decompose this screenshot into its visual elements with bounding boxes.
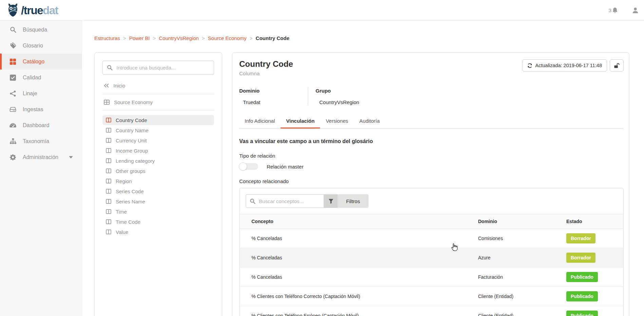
column-item[interactable]: Series Code <box>102 186 214 196</box>
column-icon <box>106 128 111 133</box>
column-label: Region <box>116 178 132 184</box>
page-title: Country Code <box>239 59 293 69</box>
tab-vinculacion[interactable]: Vinculación <box>281 114 320 128</box>
concept-domain: Comisiones <box>478 229 566 248</box>
sidebar-item-linaje[interactable]: Linaje <box>0 85 82 101</box>
sidebar-item-administracion[interactable]: Administración <box>0 149 82 165</box>
column-item[interactable]: Lending category <box>102 156 214 166</box>
gear-icon <box>9 154 17 160</box>
sidebar-item-taxonomia[interactable]: Taxonomía <box>0 133 82 149</box>
logo-text: /truedat <box>21 5 58 16</box>
search-icon <box>9 26 17 33</box>
concept-row[interactable]: % CanceladasAzureBorrador <box>240 248 623 268</box>
breadcrumb-link[interactable]: CountryVsRegion <box>159 35 199 41</box>
breadcrumb-current: Country Code <box>256 35 289 41</box>
concept-name: % Clientes con Teléfono Erróneo (Captaci… <box>240 306 478 316</box>
column-icon <box>106 138 111 143</box>
sidebar-item-label: Ingestas <box>23 106 43 113</box>
column-item[interactable]: Value <box>102 227 214 237</box>
column-item[interactable]: Country Code <box>102 115 214 125</box>
sidebar-item-label: Dashboard <box>23 122 49 129</box>
column-item[interactable]: Time Code <box>102 217 214 227</box>
drive-icon <box>9 106 17 112</box>
column-item[interactable]: Series Name <box>102 196 214 206</box>
sidebar-item-busqueda[interactable]: Búsqueda <box>0 22 82 38</box>
column-item[interactable]: Currency Unit <box>102 135 214 145</box>
user-menu-button[interactable] <box>632 7 639 14</box>
updated-label: Actualizada: 2019-06-17 11:48 <box>535 63 602 68</box>
sidebar: BúsquedaGlosarioCatálogoCalidadLinajeIng… <box>0 21 82 316</box>
sidebar-item-ingestas[interactable]: Ingestas <box>0 101 82 117</box>
concept-row[interactable]: % Clientes con Teléfono Erróneo (Captaci… <box>240 306 623 316</box>
notifications-button[interactable]: 3 <box>609 7 618 14</box>
concept-row[interactable]: % CanceladasFacturaciónPublicado <box>240 268 623 287</box>
status-badge: Publicado <box>566 311 598 316</box>
concept-row[interactable]: % CanceladasComisionesBorrador <box>240 229 623 248</box>
structure-search-input[interactable] <box>116 65 210 71</box>
column-label: Country Name <box>116 127 149 133</box>
sidebar-item-label: Administración <box>23 154 58 160</box>
lock-button[interactable] <box>610 59 624 72</box>
sidebar-item-label: Calidad <box>23 75 41 81</box>
grid-icon <box>9 59 17 65</box>
topbar: /truedat 3 <box>0 0 644 21</box>
tab-info-adicional[interactable]: Info Adicional <box>239 114 280 128</box>
breadcrumb-link[interactable]: Estructuras <box>94 35 120 41</box>
status-badge: Publicado <box>566 291 598 301</box>
column-label: Value <box>116 229 128 235</box>
relation-master-toggle[interactable] <box>239 163 258 170</box>
updated-button[interactable]: Actualizada: 2019-06-17 11:48 <box>522 59 607 72</box>
relation-master-label: Relación master <box>267 164 303 170</box>
column-label: Country Code <box>116 117 147 123</box>
gauge-icon <box>9 123 17 127</box>
sidebar-item-label: Glosario <box>23 43 43 49</box>
breadcrumb-link[interactable]: Power BI <box>129 35 150 41</box>
column-label: Income Group <box>116 148 148 154</box>
column-item[interactable]: Region <box>102 176 214 186</box>
column-label: Currency Unit <box>116 138 147 143</box>
sidebar-item-glosario[interactable]: Glosario <box>0 38 82 54</box>
concept-search-input[interactable] <box>259 198 320 204</box>
breadcrumb-link[interactable]: Source Economy <box>208 35 247 41</box>
refresh-icon <box>527 63 532 68</box>
back-to-home[interactable]: Inicio <box>102 83 214 94</box>
sidebar-item-calidad[interactable]: Calidad <box>0 70 82 85</box>
concept-domain: Cliente (Entidad) <box>478 287 566 306</box>
column-item[interactable]: Other groups <box>102 166 214 176</box>
column-label: Lending category <box>116 158 155 164</box>
concept-row[interactable]: % Clientes con Teléfono Correcto (Captac… <box>240 287 623 306</box>
table-icon <box>104 100 110 105</box>
breadcrumb-separator: > <box>123 35 126 41</box>
truedat-logo[interactable]: /truedat <box>6 3 58 17</box>
concept-panel: Filtros ConceptoDominioEstado % Cancelad… <box>239 188 624 316</box>
structure-search <box>102 61 214 75</box>
filter-button[interactable] <box>324 194 338 208</box>
tab-versiones[interactable]: Versiones <box>320 114 354 128</box>
column-item[interactable]: Country Name <box>102 125 214 135</box>
structure-type-label: Columna <box>239 71 293 76</box>
main-content: Estructuras>Power BI>CountryVsRegion>Sou… <box>82 21 644 316</box>
concept-status-cell: Publicado <box>566 306 623 316</box>
title-block: Country Code Columna <box>239 59 293 76</box>
column-icon <box>106 148 111 153</box>
back-label: Inicio <box>113 83 125 88</box>
concept-search-row: Filtros <box>240 188 623 214</box>
concept-domain: Facturación <box>478 268 566 287</box>
header-actions: Actualizada: 2019-06-17 11:48 <box>522 59 624 72</box>
search-icon <box>250 198 255 204</box>
tab-auditoria[interactable]: Auditoría <box>354 114 385 128</box>
structure-item-source-economy[interactable]: Source Economy <box>102 94 214 111</box>
sidebar-item-dashboard[interactable]: Dashboard <box>0 117 82 133</box>
logo-slash: / <box>21 4 24 17</box>
meta-section: DominioTruedatGrupoCountryVsRegion <box>239 88 624 105</box>
app-root: /truedat 3 BúsquedaGlosarioCatálogoCalid… <box>0 0 644 316</box>
concept-name: % Clientes con Teléfono Correcto (Captac… <box>240 287 478 306</box>
share-icon <box>9 91 17 97</box>
filters-button[interactable]: Filtros <box>338 194 368 208</box>
column-item[interactable]: Income Group <box>102 145 214 156</box>
notification-count: 3 <box>609 7 611 13</box>
column-icon <box>106 189 111 194</box>
sidebar-item-catalogo[interactable]: Catálogo <box>0 54 82 70</box>
search-icon <box>107 65 113 71</box>
column-item[interactable]: Time <box>102 206 214 217</box>
